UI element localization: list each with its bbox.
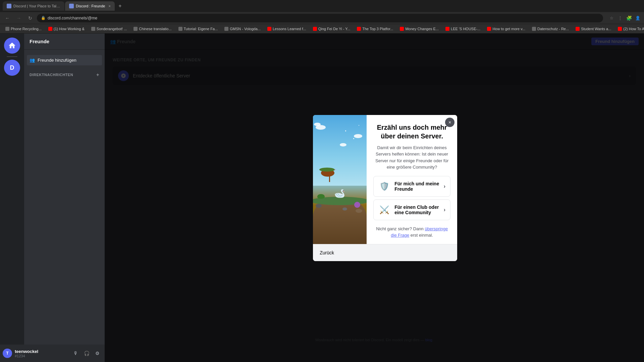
bookmark-phone-recycling[interactable]: Phone Recycling...	[3, 26, 44, 32]
lock-icon: 🔒	[41, 16, 46, 20]
bookmark-how-to-add[interactable]: (2) How To Add A...	[615, 26, 644, 32]
mic-icon: 🎙	[73, 351, 78, 356]
headphone-icon: 🎧	[84, 351, 90, 356]
bookmark-student[interactable]: Student Wants a...	[573, 26, 614, 32]
tab-label-2: Discord : Freunde	[76, 4, 105, 8]
bookmark-lee[interactable]: LEE 'S HOUSE-...	[443, 26, 483, 32]
option-community-label: Für einen Club oder eine Community	[394, 204, 440, 215]
reload-icon: ↻	[28, 15, 32, 21]
tab-favicon-1	[7, 4, 11, 8]
bookmark-how-working[interactable]: (1) How Working &	[46, 26, 87, 32]
bookmark-tutorial[interactable]: Tutorial: Eigene Fa...	[176, 26, 221, 32]
skip-suffix: erst einmal.	[409, 233, 433, 238]
channel-sidebar: Freunde 👥 Freunde hinzufügen DIREKTNACHR…	[24, 34, 105, 362]
bookmark-more-views[interactable]: How to get more v...	[484, 26, 528, 32]
bookmark-favicon-6	[267, 27, 271, 31]
tab-favicon-2	[69, 4, 74, 8]
bookmark-favicon-7	[313, 27, 317, 31]
main-content: 👥 Freunde Freund hinzufügen WEITERE ORTE…	[105, 34, 644, 362]
option-friends-button[interactable]: 🛡️ Für mich und meine Freunde ›	[373, 176, 450, 197]
bookmark-top3[interactable]: The Top 3 Platfor...	[354, 26, 396, 32]
option-friends-label: Für mich und meine Freunde	[394, 181, 440, 192]
bookmark-favicon-0	[5, 27, 9, 31]
back-arrow-icon: ←	[5, 15, 10, 21]
close-x-icon: ×	[448, 120, 451, 125]
user-status-icons: 🎙 🎧 ⚙	[71, 349, 102, 358]
back-button[interactable]: Zurück	[320, 250, 334, 255]
tab-discord-2[interactable]: Discord : Freunde ×	[65, 1, 115, 11]
modal-illustration: 🦢	[313, 115, 367, 244]
server-sidebar: D	[0, 34, 24, 362]
bookmark-favicon-2	[91, 27, 95, 31]
browser-chrome: Discord | Your Place to Talk a... Discor…	[0, 0, 644, 34]
user-avatar: T	[3, 349, 12, 358]
url-bar[interactable]: 🔒 discord.com/channels/@me	[37, 14, 603, 22]
profile-icon[interactable]: 👤	[634, 14, 641, 22]
option-community-button[interactable]: ⚔️ Für einen Club oder eine Community ›	[373, 199, 450, 220]
bookmark-datenschutz[interactable]: Datenschutz - Re...	[529, 26, 572, 32]
bottom-user-bar: T teenwockel #1234 🎙 🎧 ⚙	[0, 345, 105, 362]
modal-title: Erzähl uns doch mehr über deinen Server.	[373, 123, 450, 140]
star-3	[359, 125, 359, 126]
bookmark-sonderangebot[interactable]: Sonderangebot! ...	[89, 26, 130, 32]
username: teenwockel	[15, 349, 38, 354]
modal-close-button[interactable]: ×	[445, 118, 454, 127]
bookmark-favicon-13	[576, 27, 580, 31]
bookmark-qing[interactable]: Qing Fei De Yi - Y...	[310, 26, 353, 32]
sidebar-title: Freunde	[30, 39, 49, 44]
nav-bar: ← → ↻ 🔒 discord.com/channels/@me ☆ ⋮ 🧩 👤	[0, 12, 644, 24]
bookmark-favicon-3	[133, 27, 138, 31]
mute-mic-button[interactable]: 🎙	[71, 349, 80, 358]
bookmark-lessons[interactable]: Lessons Learned f...	[265, 26, 309, 32]
add-friends-icon: 👥	[30, 58, 35, 63]
reload-button[interactable]: ↻	[25, 13, 35, 23]
bookmark-favicon-11	[487, 27, 491, 31]
modal-footer: Zurück	[313, 244, 457, 261]
bookmark-gmsn[interactable]: GMSN - Vologda...	[222, 26, 263, 32]
skip-text: Nicht ganz sicher? Dann überspringe die …	[373, 226, 450, 239]
tab-bar: Discord | Your Place to Talk a... Discor…	[0, 0, 644, 12]
extensions-icon[interactable]: 🧩	[625, 14, 633, 22]
option-friends-icon: 🛡️	[378, 180, 390, 192]
tab-close-button[interactable]: ×	[108, 4, 110, 8]
user-info: teenwockel #1234	[15, 349, 38, 358]
bookmarks-bar: Phone Recycling... (1) How Working & Son…	[0, 24, 644, 34]
browser-menu-icon[interactable]: ⋮	[616, 14, 624, 22]
modal-dialog: ×	[313, 115, 457, 261]
modal-body: 🦢 Erzähl uns doch mehr über deinen Serve…	[313, 115, 457, 244]
bookmark-star-icon[interactable]: ☆	[608, 14, 615, 22]
home-server-button[interactable]	[4, 38, 20, 54]
option-friends-chevron-icon: ›	[444, 183, 445, 189]
sidebar-header: Freunde	[24, 34, 105, 50]
tab-label-1: Discord | Your Place to Talk a...	[13, 4, 60, 8]
purple-decoration	[354, 202, 360, 208]
bookmark-chinese[interactable]: Chinese translatio...	[131, 26, 174, 32]
tab-discord-1[interactable]: Discord | Your Place to Talk a...	[3, 1, 64, 11]
forward-button[interactable]: →	[14, 13, 23, 23]
add-friends-button[interactable]: 👥 Freunde hinzufügen	[27, 55, 102, 65]
server-divider	[7, 56, 17, 57]
option-community-icon: ⚔️	[378, 204, 390, 216]
bookmark-favicon-9	[400, 27, 404, 31]
browser-toolbar-right: ☆ ⋮ 🧩 👤	[608, 14, 641, 22]
bookmark-favicon-12	[532, 27, 536, 31]
bookmark-money[interactable]: Money Changes E...	[397, 26, 441, 32]
settings-gear-icon: ⚙	[95, 351, 100, 356]
sidebar-add-friends-section: 👥 Freunde hinzufügen	[24, 50, 105, 67]
forward-arrow-icon: →	[16, 15, 21, 21]
user-settings-button[interactable]: ⚙	[93, 349, 102, 358]
modal-text-content: Erzähl uns doch mehr über deinen Server.…	[367, 115, 457, 244]
add-friends-label: Freunde hinzufügen	[38, 58, 76, 63]
user-status: #1234	[15, 354, 38, 358]
url-text: discord.com/channels/@me	[48, 16, 97, 20]
bookmark-favicon-1	[48, 27, 52, 31]
bookmark-favicon-8	[357, 27, 361, 31]
back-button[interactable]: ←	[3, 13, 12, 23]
bush-1	[317, 194, 325, 199]
bookmark-favicon-10	[445, 27, 449, 31]
server-d-icon[interactable]: D	[4, 60, 20, 76]
deafen-button[interactable]: 🎧	[82, 349, 91, 358]
new-tab-button[interactable]: +	[115, 1, 125, 11]
dm-add-icon[interactable]: +	[96, 72, 99, 77]
dm-section-title: DIREKTNACHRICHTEN	[30, 73, 73, 77]
